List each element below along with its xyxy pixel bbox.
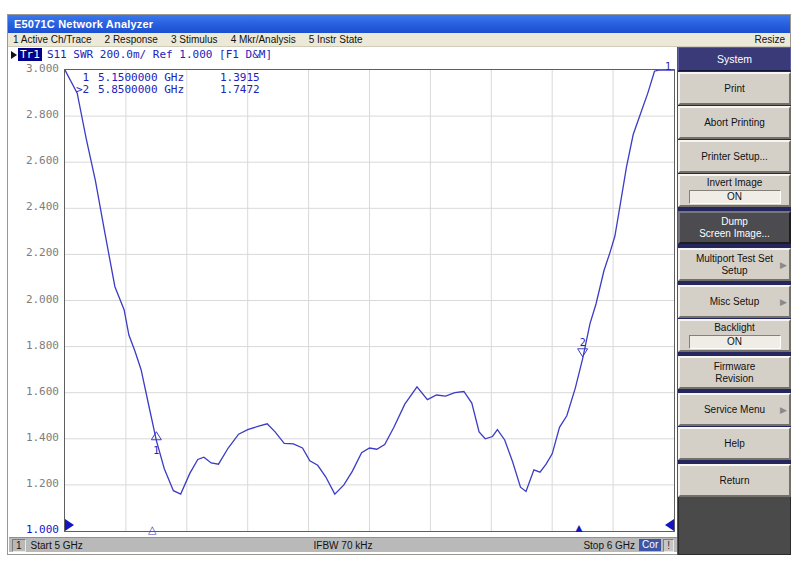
marker-readout-row: >25.8500000 GHz1.7472 [76,84,260,96]
softkey-multiport-test-set-setup[interactable]: Multiport Test SetSetup▶ [678,248,791,281]
menu-item-5[interactable]: 5 Instr State [309,34,363,45]
status-bar: 1 Start 5 GHz IFBW 70 kHz Stop 6 GHz Cor… [9,537,677,552]
trace-format-text: S11 SWR 200.0m/ Ref 1.000 [F1 D&M] [47,48,272,61]
alert-indicator: ! [663,539,674,552]
status-center: IFBW 70 kHz [233,540,454,551]
title-bar: E5071C Network Analyzer [8,15,790,33]
y-axis-label: 3.000 [12,62,59,75]
softkey-sidebar: System PrintAbort PrintingPrinter Setup.… [677,47,791,555]
y-axis-label: 1.200 [12,477,59,490]
status-left: 1 Start 5 GHz [12,539,233,552]
mk-freq: 5.8500000 GHz [98,84,220,96]
sidebar-filler [678,497,791,555]
svg-text:1: 1 [153,445,159,456]
y-axis-label: 1.800 [12,339,59,352]
y-axis-label: 1.600 [12,385,59,398]
softkey-label: Abort Printing [704,117,765,129]
menu-bar: 1 Active Ch/Trace2 Response3 Stimulus4 M… [8,33,790,47]
softkey-label: Service Menu [704,404,765,416]
softkey-label: Screen Image... [699,228,770,240]
marker2-stimulus-icon[interactable]: ▲ [573,521,585,535]
softkey-label: Revision [715,373,753,385]
resize-button[interactable]: Resize [754,34,785,45]
correction-status-badge: Cor [639,539,661,551]
active-trace-pointer-icon [11,51,17,59]
plot-area[interactable]: 12 [64,69,675,532]
softkey-buttons: PrintAbort PrintingPrinter Setup...Inver… [678,71,791,497]
channel-number-box: 1 [12,539,26,552]
softkey-printer-setup[interactable]: Printer Setup... [678,140,791,173]
softkey-label: Dump [721,216,748,228]
y-axis-label: 2.200 [12,246,59,259]
menu-item-1[interactable]: 1 Active Ch/Trace [13,34,92,45]
softkey-service-menu[interactable]: Service Menu▶ [678,393,791,426]
softkey-toggle-value: ON [689,335,781,349]
menu-item-4[interactable]: 4 Mkr/Analysis [231,34,296,45]
softkey-menu-title: System [678,47,791,71]
softkey-dump-screen-image[interactable]: DumpScreen Image... [678,211,791,244]
menu-item-2[interactable]: 2 Response [105,34,158,45]
softkey-label: Return [719,475,749,487]
sweep-end-arrow-icon [665,519,674,531]
softkey-invert-image[interactable]: Invert ImageON [678,174,791,207]
marker-readout: 15.1500000 GHz1.3915>25.8500000 GHz1.747… [76,72,260,96]
trace-chart: 12 [65,70,674,531]
mk-id: >2 [76,84,98,96]
softkey-toggle-value: ON [689,190,781,204]
menu-item-3[interactable]: 3 Stimulus [171,34,218,45]
menu-items: 1 Active Ch/Trace2 Response3 Stimulus4 M… [13,34,363,45]
submenu-arrow-icon: ▶ [780,296,787,308]
y-axis-label: 2.800 [12,108,59,121]
svg-text:2: 2 [580,337,586,348]
softkey-label: Setup [721,265,747,277]
trace-end-label: 1 [665,61,671,72]
trace-name: Tr1 [18,48,42,61]
submenu-arrow-icon: ▶ [780,259,787,271]
stop-frequency-label: Stop 6 GHz [583,540,635,551]
start-frequency-label: Start 5 GHz [31,540,83,551]
softkey-misc-setup[interactable]: Misc Setup▶ [678,285,791,318]
softkey-firmware-revision[interactable]: FirmwareRevision [678,356,791,389]
window-title: E5071C Network Analyzer [14,18,153,30]
softkey-label: Help [724,438,745,450]
softkey-return[interactable]: Return [678,464,791,497]
y-axis-label: 2.400 [12,200,59,213]
marker1-stimulus-icon[interactable]: △ [148,523,156,536]
softkey-label: Invert Image [707,177,763,189]
softkey-label: Multiport Test Set [696,253,773,265]
reference-level-arrow-icon[interactable] [65,519,74,531]
softkey-label: Backlight [714,322,755,334]
softkey-label: Print [724,83,745,95]
status-right: Stop 6 GHz Cor ! [453,539,674,552]
ifbw-label: IFBW 70 kHz [314,540,373,551]
softkey-label: Printer Setup... [701,151,768,163]
y-axis-label: 1.400 [12,431,59,444]
softkey-label: Firmware [714,361,756,373]
screen: E5071C Network Analyzer 1 Active Ch/Trac… [0,0,800,567]
softkey-backlight[interactable]: BacklightON [678,319,791,352]
softkey-help[interactable]: Help [678,427,791,460]
y-axis-label: 2.600 [12,154,59,167]
analyzer-window: E5071C Network Analyzer 1 Active Ch/Trac… [7,14,791,555]
y-axis-label: 1.000 [12,523,59,536]
softkey-print[interactable]: Print [678,72,791,105]
y-axis-label: 2.000 [12,293,59,306]
mk-val: 1.7472 [220,84,260,96]
softkey-label: Misc Setup [710,296,759,308]
submenu-arrow-icon: ▶ [780,404,787,416]
softkey-abort-printing[interactable]: Abort Printing [678,106,791,139]
trace-info[interactable]: Tr1 S11 SWR 200.0m/ Ref 1.000 [F1 D&M] [11,48,272,61]
